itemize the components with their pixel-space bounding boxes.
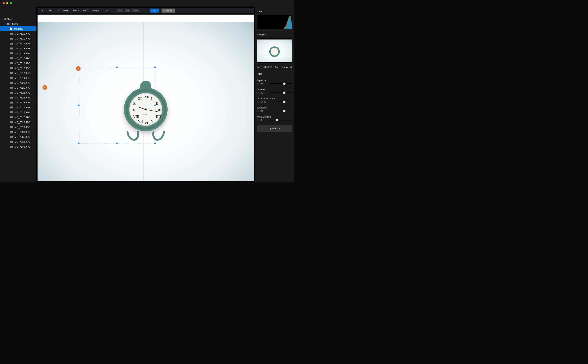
- crop-handle-mr[interactable]: [154, 104, 156, 106]
- image-icon: [10, 33, 13, 35]
- canvas[interactable]: QUARTZ XIIIIIIIIIIIIVVIVIIVIIIIXXXI: [38, 14, 254, 181]
- whiteclip-checkbox[interactable]: [257, 119, 259, 121]
- file-item[interactable]: IMG_7512.JPG: [0, 41, 36, 46]
- exposure-value: 0.0: [260, 82, 268, 85]
- file-item[interactable]: IMG_7517.JPG: [0, 66, 36, 71]
- inspector-panel: Level Navigator IMG_7510.JPG (1/24) |◄ ▶…: [255, 6, 294, 182]
- maximize-icon[interactable]: [10, 2, 12, 4]
- file-item[interactable]: IMG_7514.JPG: [0, 51, 36, 56]
- file-item[interactable]: IMG_7522.JPG: [0, 90, 36, 95]
- file-item[interactable]: IMG_7526.JPG: [0, 110, 36, 115]
- navigator-thumbnail[interactable]: [257, 38, 292, 63]
- crop-rectangle[interactable]: [79, 67, 155, 143]
- input-x[interactable]: [46, 9, 54, 12]
- file-item[interactable]: IMG_7513.JPG: [0, 46, 36, 51]
- clock-numeral: II: [156, 102, 159, 105]
- file-item[interactable]: IMG_7525.JPG: [0, 105, 36, 110]
- image-icon: [10, 57, 13, 59]
- cancel-button[interactable]: CANCEL: [162, 9, 176, 13]
- colortemp-slider[interactable]: [270, 102, 292, 102]
- saturation-label: Saturation: [257, 106, 292, 109]
- crop-handle-br[interactable]: [154, 143, 156, 144]
- sidebar[interactable]: ⌵ Untitled ⌵ Effects ⌵ Images(24) IMG_75…: [0, 6, 36, 182]
- file-item[interactable]: IMG_7531.JPG: [0, 135, 36, 139]
- file-item[interactable]: IMG_7524.JPG: [0, 100, 36, 105]
- close-icon[interactable]: [3, 2, 5, 4]
- file-name: IMG_7520.JPG: [14, 82, 30, 84]
- tree-folder-effects[interactable]: ⌵ Effects: [0, 21, 36, 26]
- crop-handle-bl[interactable]: [78, 143, 79, 144]
- file-item[interactable]: IMG_7511.JPG: [0, 36, 36, 41]
- ratio-4-3-button[interactable]: 4:3: [125, 9, 130, 12]
- chevron-down-icon: ⌵: [1, 18, 3, 20]
- annotation-5: 5: [43, 85, 47, 90]
- input-y[interactable]: [61, 9, 70, 12]
- tree-root-label: Untitled: [4, 18, 12, 20]
- file-item[interactable]: IMG_7521.JPG: [0, 85, 36, 90]
- tree-folder-images[interactable]: ⌵ Images(24): [0, 26, 36, 31]
- crop-handle-tm[interactable]: [116, 66, 118, 68]
- file-name: IMG_7524.JPG: [14, 101, 30, 104]
- chevron-down-icon: ⌵: [7, 28, 9, 30]
- whiteclip-slider[interactable]: [270, 120, 292, 120]
- app-window: ⌵ Untitled ⌵ Effects ⌵ Images(24) IMG_75…: [0, 0, 294, 182]
- file-item[interactable]: IMG_7532.JPG: [0, 139, 36, 144]
- file-name: IMG_7526.JPG: [14, 111, 30, 114]
- saturation-slider[interactable]: [270, 111, 292, 111]
- editor-area: X Y Width Height 1:1 4:3 16:9 OK CANCEL: [36, 6, 255, 182]
- contrast-checkbox[interactable]: [257, 92, 259, 94]
- contrast-slider[interactable]: [270, 92, 292, 93]
- navigator-filename: IMG_7510.JPG (1/24): [257, 66, 278, 68]
- exposure-checkbox[interactable]: [257, 83, 259, 85]
- file-item[interactable]: IMG_7533.JPG: [0, 144, 36, 149]
- file-item[interactable]: IMG_7528.JPG: [0, 120, 36, 125]
- file-name: IMG_7527.JPG: [14, 116, 30, 119]
- nav-first-icon[interactable]: |◄: [283, 66, 285, 68]
- saturation-checkbox[interactable]: [257, 110, 259, 112]
- colortemp-checkbox[interactable]: [257, 101, 259, 103]
- file-name: IMG_7531.JPG: [14, 136, 30, 138]
- folder-icon: [10, 28, 12, 30]
- ok-button[interactable]: OK: [150, 9, 159, 13]
- file-name: IMG_7511.JPG: [14, 37, 30, 40]
- minimize-icon[interactable]: [6, 2, 8, 4]
- file-item[interactable]: IMG_7527.JPG: [0, 115, 36, 120]
- apply-all-button[interactable]: Apply to all: [257, 125, 292, 132]
- image-icon: [10, 72, 13, 74]
- folder-label: Images(24): [13, 27, 26, 30]
- file-item[interactable]: IMG_7529.JPG: [0, 125, 36, 130]
- input-height[interactable]: [101, 9, 110, 12]
- file-item[interactable]: IMG_7519.JPG: [0, 76, 36, 80]
- colortemp-value: 5,000: [260, 101, 268, 103]
- file-name: IMG_7516.JPG: [14, 62, 30, 65]
- image-icon: [10, 87, 13, 89]
- image-icon: [10, 47, 13, 50]
- file-item[interactable]: IMG_7520.JPG: [0, 80, 36, 85]
- file-item[interactable]: IMG_7523.JPG: [0, 95, 36, 100]
- level-title: Level: [257, 10, 292, 13]
- crop-handle-tr[interactable]: [154, 66, 156, 68]
- crop-toolbar: X Y Width Height 1:1 4:3 16:9 OK CANCEL: [38, 8, 254, 13]
- nav-last-icon[interactable]: ►|: [289, 66, 292, 68]
- file-name: IMG_7525.JPG: [14, 106, 30, 109]
- file-item[interactable]: IMG_7530.JPG: [0, 130, 36, 135]
- file-item[interactable]: IMG_7515.JPG: [0, 56, 36, 61]
- image-icon: [10, 52, 13, 54]
- file-item[interactable]: IMG_7510.JPG: [0, 31, 36, 36]
- folder-label: Effects: [11, 23, 18, 25]
- image-icon: [10, 43, 13, 45]
- filter-title: Filter: [257, 72, 292, 75]
- nav-play-icon[interactable]: ▶: [286, 66, 288, 68]
- exposure-slider[interactable]: [270, 83, 292, 84]
- clock-numeral: IIII: [156, 115, 161, 119]
- ratio-1-1-button[interactable]: 1:1: [117, 9, 122, 12]
- file-name: IMG_7533.JPG: [14, 145, 30, 148]
- file-item[interactable]: IMG_7518.JPG: [0, 71, 36, 76]
- tree-root[interactable]: ⌵ Untitled: [0, 17, 36, 21]
- file-item[interactable]: IMG_7516.JPG: [0, 61, 36, 66]
- input-width[interactable]: [81, 9, 89, 12]
- crop-handle-ml[interactable]: [78, 104, 79, 106]
- image-icon: [10, 97, 13, 99]
- ratio-16-9-button[interactable]: 16:9: [132, 9, 139, 12]
- crop-handle-bm[interactable]: [116, 143, 118, 144]
